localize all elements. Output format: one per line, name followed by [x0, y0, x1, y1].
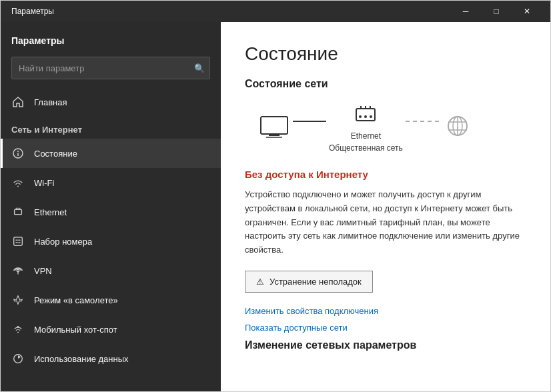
sidebar-item-datausage-label: Использование данных — [34, 354, 129, 364]
change-settings-title: Изменение сетевых параметров — [245, 339, 526, 351]
solid-line — [293, 121, 326, 122]
troubleshoot-label: Устранение неполадок — [269, 277, 362, 287]
svg-point-27 — [364, 115, 367, 118]
svg-point-1 — [17, 151, 19, 152]
airplane-icon — [11, 293, 25, 307]
svg-point-10 — [19, 239, 21, 241]
search-container: 🔍 — [11, 57, 210, 79]
sidebar-item-wifi[interactable]: Wi-Fi — [1, 168, 221, 197]
window: Параметры ─ □ ✕ Параметры 🔍 Главная — [0, 0, 551, 392]
svg-point-28 — [370, 115, 372, 118]
svg-point-11 — [15, 242, 17, 243]
sidebar-item-vpn[interactable]: VPN — [1, 256, 221, 285]
svg-point-13 — [19, 242, 21, 243]
sidebar: Параметры 🔍 Главная Сеть и Интернет — [1, 22, 221, 391]
status-icon — [11, 147, 25, 160]
close-button[interactable]: ✕ — [512, 1, 542, 22]
troubleshoot-button[interactable]: ⚠ Устранение неполадок — [245, 271, 373, 293]
warning-icon: ⚠ — [256, 277, 264, 287]
sidebar-app-title: Параметры — [1, 22, 221, 51]
datausage-icon — [11, 352, 25, 365]
svg-point-12 — [17, 242, 19, 243]
maximize-button[interactable]: □ — [481, 1, 512, 22]
globe-svg — [442, 115, 474, 141]
content-area: Параметры 🔍 Главная Сеть и Интернет — [1, 22, 550, 391]
page-title: Состояние — [245, 43, 526, 65]
sidebar-item-wifi-label: Wi-Fi — [34, 178, 54, 188]
sidebar-item-status[interactable]: Состояние — [1, 139, 221, 168]
computer-svg — [258, 115, 290, 141]
svg-point-16 — [17, 326, 19, 328]
sidebar-item-airplane-label: Режим «в самолете» — [34, 295, 118, 305]
minimize-button[interactable]: ─ — [450, 1, 481, 22]
sidebar-item-home[interactable]: Главная — [1, 87, 221, 117]
sidebar-item-hotspot[interactable]: Мобильный хот-спот — [1, 315, 221, 344]
show-available-networks-link[interactable]: Показать доступные сети — [245, 323, 526, 333]
ethernet-icon-group: Ethernet Общественная сеть — [329, 103, 403, 153]
no-internet-title: Без доступа к Интернету — [245, 169, 526, 180]
computer-icon-group — [258, 115, 290, 141]
wifi-icon — [11, 176, 25, 189]
description-text: Устройство подключено и может получить д… — [245, 188, 525, 257]
sidebar-item-dialup[interactable]: Набор номера — [1, 227, 221, 256]
sidebar-item-status-label: Состояние — [34, 149, 77, 159]
ethernet-device-label: Ethernet — [351, 131, 381, 141]
dialup-icon — [11, 235, 25, 248]
title-bar-controls: ─ □ ✕ — [450, 1, 542, 22]
sidebar-item-dialup-label: Набор номера — [34, 237, 92, 247]
search-input[interactable] — [11, 57, 210, 79]
svg-rect-22 — [356, 109, 375, 121]
sidebar-item-vpn-label: VPN — [34, 266, 52, 276]
sidebar-item-airplane[interactable]: Режим «в самолете» — [1, 285, 221, 315]
svg-rect-7 — [14, 237, 23, 246]
network-status-section-title: Состояние сети — [245, 78, 526, 90]
ethernet-icon — [11, 205, 25, 219]
internet-icon-group — [442, 115, 474, 141]
home-icon — [11, 95, 25, 109]
vpn-icon — [11, 264, 25, 277]
ethernet-svg — [352, 103, 379, 129]
main-panel: Состояние Состояние сети — [221, 22, 550, 391]
sidebar-item-ethernet[interactable]: Ethernet — [1, 197, 221, 227]
sidebar-item-ethernet-label: Ethernet — [34, 207, 67, 217]
hotspot-icon — [11, 323, 25, 336]
network-diagram: Ethernet Общественная сеть — [245, 103, 526, 153]
svg-rect-3 — [15, 209, 22, 214]
sidebar-item-hotspot-label: Мобильный хот-спот — [34, 325, 117, 335]
svg-point-9 — [17, 239, 19, 241]
dashed-line — [406, 121, 439, 122]
svg-point-8 — [15, 239, 17, 241]
network-type-label: Общественная сеть — [329, 143, 403, 153]
window-title: Параметры — [11, 7, 54, 16]
sidebar-item-datausage[interactable]: Использование данных — [1, 344, 221, 373]
sidebar-section-label: Сеть и Интернет — [1, 117, 221, 139]
search-icon: 🔍 — [194, 63, 205, 73]
title-bar: Параметры ─ □ ✕ — [1, 1, 550, 22]
svg-rect-18 — [261, 117, 288, 134]
svg-point-26 — [359, 115, 362, 118]
change-connection-link[interactable]: Изменить свойства подключения — [245, 306, 526, 316]
sidebar-item-home-label: Главная — [34, 97, 67, 107]
